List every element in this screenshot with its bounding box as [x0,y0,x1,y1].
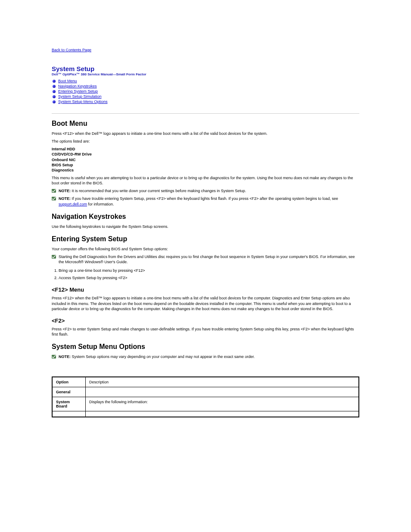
toc-item: Entering System Setup [53,89,359,93]
toc-list: Boot Menu Navigation Keystrokes Entering… [53,79,359,104]
body-text: The options listed are: [52,139,359,144]
note-body: It is recommended that you write down yo… [72,189,246,193]
table-cell [52,411,86,417]
note-block: NOTE: System Setup options may vary depe… [52,354,359,359]
table-cell: System Board [52,397,86,411]
note-block: NOTE: It is recommended that you write d… [52,188,359,193]
note-label: NOTE: [59,196,71,201]
note-icon [52,255,56,259]
body-text: Use the following keystrokes to navigate… [52,224,359,229]
table-row: System Board Displays the following info… [52,397,359,411]
bullet-icon [53,95,56,98]
table-cell: General [52,387,86,397]
note-text: NOTE: It is recommended that you write d… [59,188,246,193]
note-text: NOTE: System Setup options may vary depe… [59,354,255,359]
title-line1: System Setup [52,65,94,72]
title-line2: Dell™ OptiPlex™ 380 Service Manual—Small… [52,72,359,76]
divider [52,113,359,114]
section-heading-enter-setup: Entering System Setup [52,235,359,243]
note-icon [52,355,56,359]
list-item: Bring up a one-time boot menu by pressin… [59,268,359,274]
table-cell [86,411,359,417]
note-label: NOTE: [59,189,71,193]
note-block: Starting the Dell Diagnostics from the D… [52,254,359,264]
table-cell: Displays the following information: [86,397,359,411]
back-to-contents-link[interactable]: Back to Contents Page [52,48,91,52]
bullet-icon [53,90,56,93]
toc-link-menu-options[interactable]: System Setup Menu Options [58,100,108,104]
note-body: System Setup options may vary depending … [72,355,255,359]
toc-item: System Setup Simulation [53,94,359,99]
toc-item: System Setup Menu Options [53,100,359,104]
toc-link-entering-setup[interactable]: Entering System Setup [58,89,98,93]
toc-link-simulation[interactable]: System Setup Simulation [58,94,102,99]
toc-item: Boot Menu [53,79,359,83]
list-item: Access System Setup by pressing <F2> [59,275,359,281]
body-text: Press <F2> to enter System Setup and mak… [52,327,359,337]
windows-note: Starting the Dell Diagnostics from the D… [59,255,355,264]
support-link[interactable]: support.dell.com [59,202,87,206]
section-heading-boot-menu: Boot Menu [52,120,359,128]
toc-link-boot-menu[interactable]: Boot Menu [58,79,77,83]
note-body-b: for information. [88,202,114,206]
options-table: Option Description General System Board … [52,376,359,417]
table-cell [86,387,359,397]
table-row [52,411,359,417]
toc-item: Navigation Keystrokes [53,84,359,88]
bullet-icon [53,80,56,83]
note-label: NOTE: [59,355,71,359]
toc-link-nav-keystrokes[interactable]: Navigation Keystrokes [58,84,97,88]
section-heading-nav-keys: Navigation Keystrokes [52,213,359,221]
body-text: This menu is useful when you are attempt… [52,175,359,186]
note-icon [52,189,56,193]
note-text: NOTE: If you have trouble entering Syste… [59,196,359,206]
table-row: Option Description [52,377,359,387]
note-icon [52,196,56,201]
subsection-f12: <F12> Menu [52,286,359,293]
subsection-f2: <F2> [52,317,359,324]
table-row: General [52,387,359,397]
table-header-description: Description [86,377,359,387]
setup-bullets: Bring up a one-time boot menu by pressin… [52,268,359,280]
body-text: Press <F12> when the Dell™ logo appears … [52,131,359,136]
table-header-option: Option [52,377,86,387]
bullet-icon [53,85,56,88]
body-text: Your computer offers the following BIOS … [52,246,359,252]
section-heading-menu-options: System Setup Menu Options [52,343,359,351]
note-text: Starting the Dell Diagnostics from the D… [59,254,359,264]
page-title: System Setup Dell™ OptiPlex™ 380 Service… [52,65,359,76]
body-text: Press <F12> when the Dell™ logo appears … [52,296,359,311]
note-body-a: If you have trouble entering System Setu… [72,196,338,201]
note-block: NOTE: If you have trouble entering Syste… [52,196,359,206]
boot-options-list: Internal HDD CD/DVD/CD-RW Drive Onboard … [52,146,359,173]
bullet-icon [53,100,56,103]
